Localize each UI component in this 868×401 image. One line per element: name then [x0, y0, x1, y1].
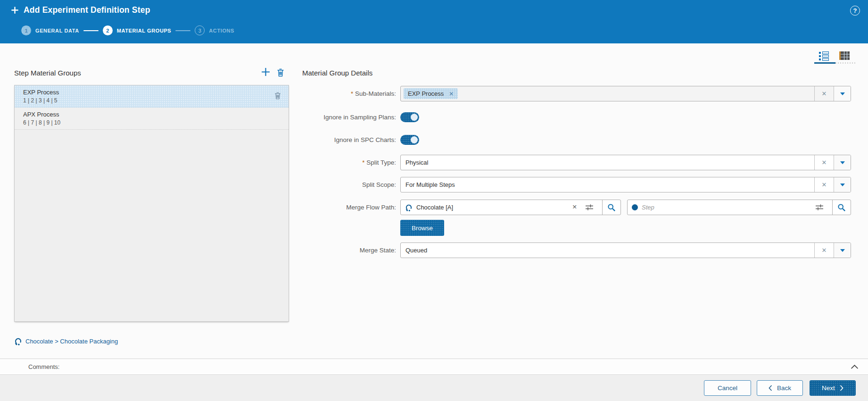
chevron-down-icon	[840, 184, 845, 186]
comments-label: Comments:	[28, 363, 59, 370]
advanced-filter-icon[interactable]	[815, 204, 824, 211]
clear-icon: ✕	[822, 182, 827, 188]
merge-flow-path-value: Chocolate [A]	[416, 204, 569, 211]
browse-button[interactable]: Browse	[400, 220, 444, 236]
step-connector	[175, 30, 190, 31]
add-material-group-button[interactable]	[261, 67, 271, 77]
details-title: Material Group Details	[302, 69, 372, 77]
active-view-underline	[814, 62, 835, 64]
split-scope-select[interactable]: For Multiple Steps ✕	[400, 177, 851, 192]
inactive-view-underline	[835, 62, 856, 64]
wizard-header: Add Experiment Definition Step ? 1 GENER…	[0, 0, 868, 43]
step-1-label: GENERAL DATA	[35, 28, 79, 33]
flow-breadcrumb[interactable]: Chocolate > Chocolate Packaging	[14, 337, 118, 345]
required-asterisk: *	[351, 90, 353, 97]
delete-material-group-button[interactable]	[276, 68, 285, 77]
step-icon	[632, 204, 638, 210]
required-asterisk: *	[362, 159, 364, 166]
cancel-button[interactable]: Cancel	[704, 380, 751, 396]
sub-materials-multiselect[interactable]: EXP Process ✕ ✕	[400, 86, 851, 101]
split-type-select[interactable]: Physical ✕	[400, 155, 851, 170]
chevron-down-icon	[840, 92, 845, 95]
clear-icon: ✕	[822, 91, 827, 97]
sub-materials-label: *Sub-Materials:	[0, 90, 396, 97]
step-1-circle: 1	[21, 25, 31, 35]
clear-icon[interactable]: ✕	[572, 204, 577, 210]
split-type-label: *Split Type:	[0, 159, 396, 166]
ignore-sampling-row: Ignore in Sampling Plans:	[0, 112, 19, 122]
wizard-step-actions[interactable]: 3 ACTIONS	[195, 25, 234, 35]
flow-icon	[405, 204, 413, 211]
advanced-filter-icon[interactable]	[585, 204, 594, 211]
step-2-circle: 2	[103, 25, 113, 35]
comments-section[interactable]: Comments:	[0, 359, 868, 375]
back-button[interactable]: Back	[757, 380, 803, 396]
clear-field-button[interactable]: ✕	[814, 177, 834, 192]
merge-state-select[interactable]: Queued ✕	[400, 242, 851, 258]
list-view-button[interactable]	[818, 50, 829, 61]
merge-state-label: Merge State:	[0, 247, 396, 254]
page-title: Add Experiment Definition Step	[24, 5, 150, 15]
clear-icon: ✕	[822, 247, 827, 253]
flow-icon	[14, 337, 22, 345]
left-panel-title: Step Material Groups	[14, 69, 81, 77]
ignore-spc-row: Ignore in SPC Charts:	[0, 135, 19, 145]
back-label: Back	[777, 384, 791, 392]
clear-field-button[interactable]: ✕	[814, 155, 834, 170]
toggle-knob	[411, 114, 418, 121]
merge-flow-path-label: Merge Flow Path:	[0, 204, 396, 211]
clear-field-button[interactable]: ✕	[814, 243, 834, 258]
merge-state-value: Queued	[401, 247, 427, 254]
merge-flow-path-input[interactable]: Chocolate [A] ✕	[400, 200, 621, 215]
step-placeholder: Step	[642, 204, 807, 211]
step-3-circle: 3	[195, 25, 205, 35]
dropdown-open-button[interactable]	[834, 155, 851, 170]
help-icon: ?	[853, 7, 857, 14]
toggle-knob	[411, 136, 418, 143]
dropdown-open-button[interactable]	[834, 86, 851, 101]
wizard-step-material-groups[interactable]: 2 MATERIAL GROUPS	[103, 25, 172, 35]
ignore-spc-toggle[interactable]	[400, 135, 419, 145]
wizard-steps: 1 GENERAL DATA 2 MATERIAL GROUPS 3 ACTIO…	[21, 25, 234, 35]
help-button[interactable]: ?	[850, 6, 860, 16]
split-type-value: Physical	[401, 159, 428, 166]
chevron-down-icon	[840, 161, 845, 164]
step-3-label: ACTIONS	[209, 28, 234, 33]
merge-flow-step-input[interactable]: Step	[627, 200, 851, 215]
ignore-sampling-toggle[interactable]	[400, 112, 419, 122]
chevron-right-icon	[840, 385, 843, 391]
sub-materials-chips: EXP Process ✕	[401, 86, 814, 101]
next-button[interactable]: Next	[810, 380, 856, 396]
ignore-spc-label: Ignore in SPC Charts:	[0, 136, 396, 143]
dropdown-open-button[interactable]	[834, 177, 851, 192]
add-icon	[10, 6, 19, 15]
chip-label: EXP Process	[408, 90, 444, 97]
search-button[interactable]	[832, 200, 851, 215]
breadcrumb-text[interactable]: Chocolate > Chocolate Packaging	[25, 338, 118, 345]
step-connector	[83, 30, 99, 31]
next-label: Next	[822, 384, 835, 392]
chip-exp-process[interactable]: EXP Process ✕	[404, 88, 458, 99]
table-view-button[interactable]	[839, 50, 850, 61]
ignore-sampling-label: Ignore in Sampling Plans:	[0, 114, 396, 121]
split-scope-value: For Multiple Steps	[401, 181, 455, 188]
chip-remove-icon[interactable]: ✕	[449, 91, 454, 97]
dropdown-open-button[interactable]	[834, 243, 851, 258]
step-2-label: MATERIAL GROUPS	[117, 28, 172, 33]
item-subtitle: 1 | 2 | 3 | 4 | 5	[23, 97, 270, 104]
clear-icon: ✕	[822, 159, 827, 166]
chevron-left-icon	[769, 385, 772, 391]
split-scope-label: Split Scope:	[0, 181, 396, 188]
chevron-down-icon	[840, 249, 845, 252]
add-experiment-definition-step-dialog: Add Experiment Definition Step ? 1 GENER…	[0, 0, 868, 401]
title-row: Add Experiment Definition Step	[10, 5, 150, 15]
clear-field-button[interactable]: ✕	[814, 86, 834, 101]
cancel-label: Cancel	[718, 384, 737, 392]
search-button[interactable]	[602, 200, 620, 215]
collapse-comments-button[interactable]	[851, 364, 859, 369]
wizard-footer: Cancel Back Next	[0, 376, 868, 401]
wizard-step-general-data[interactable]: 1 GENERAL DATA	[21, 25, 79, 35]
